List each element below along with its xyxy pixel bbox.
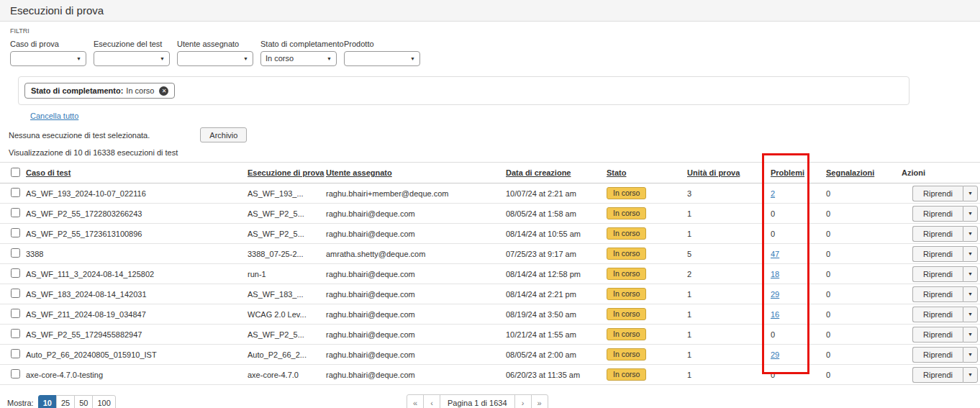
row-checkbox[interactable]: [11, 349, 20, 358]
filter-group: Caso di prova ▼: [10, 40, 86, 66]
row-checkbox[interactable]: [11, 289, 20, 298]
resume-dropdown-toggle[interactable]: ▼: [963, 286, 978, 302]
cell-assigned-user: raghu.bhairi@deque.com: [326, 325, 506, 345]
issues-link[interactable]: 47: [771, 250, 779, 258]
row-checkbox[interactable]: [11, 188, 20, 197]
issues-link[interactable]: 29: [771, 350, 779, 359]
issues-link[interactable]: 18: [771, 270, 779, 278]
filter-label: Utente assegnato: [177, 40, 253, 48]
chevron-down-icon: ▼: [327, 56, 332, 61]
cell-test-case: AS_WF_183_2024-08-14_142031: [26, 284, 248, 304]
first-page-button[interactable]: «: [407, 394, 424, 408]
column-header-problemi[interactable]: Problemi: [771, 168, 804, 177]
filter-select-caso-di-prova[interactable]: ▼: [10, 51, 86, 66]
cell-test-case: AS_WF_P2_55_1729455882947: [26, 325, 248, 345]
resume-button[interactable]: Riprendi: [912, 367, 963, 383]
cell-flags: 0: [826, 304, 902, 325]
test-runs-table: Caso di testEsecuzione di provaUtente as…: [0, 162, 980, 385]
filter-select-utente-assegnato[interactable]: ▼: [177, 51, 253, 66]
resume-dropdown-toggle[interactable]: ▼: [963, 307, 978, 322]
column-header-utente-assegnato[interactable]: Utente assegnato: [326, 168, 392, 177]
next-page-button[interactable]: ›: [514, 394, 532, 408]
row-checkbox[interactable]: [11, 268, 20, 278]
resume-button[interactable]: Riprendi: [912, 286, 963, 302]
column-header-data-di-creazione[interactable]: Data di creazione: [506, 168, 571, 177]
resume-dropdown-toggle[interactable]: ▼: [963, 186, 978, 201]
page-size-button-50[interactable]: 50: [74, 395, 93, 408]
page-title-bar: Esecuzioni di prova: [0, 0, 980, 22]
resume-button[interactable]: Riprendi: [912, 246, 963, 262]
filter-chip-label: Stato di completamento:: [31, 86, 123, 95]
table-body: AS_WF_193_2024-10-07_022116 AS_WF_193_..…: [0, 183, 980, 385]
row-checkbox[interactable]: [11, 208, 20, 217]
cell-assigned-user: raghu.bhairi@deque.com: [326, 284, 506, 304]
cell-created-date: 08/14/24 at 2:21 pm: [506, 284, 607, 304]
column-header-unit-di-prova[interactable]: Unità di prova: [687, 168, 740, 177]
cell-created-date: 06/20/23 at 11:35 am: [506, 365, 607, 385]
resume-button[interactable]: Riprendi: [912, 327, 963, 343]
cell-test-case: AS_WF_211_2024-08-19_034847: [26, 304, 248, 325]
column-header-segnalazioni[interactable]: Segnalazioni: [826, 168, 874, 177]
resume-button[interactable]: Riprendi: [912, 226, 963, 242]
cell-test-units: 1: [687, 304, 771, 325]
resume-button[interactable]: Riprendi: [912, 186, 963, 201]
filter-select-esecuzione-del-test[interactable]: ▼: [94, 51, 170, 66]
archive-button[interactable]: Archivio: [200, 127, 247, 142]
clear-all-link[interactable]: Cancella tutto: [30, 112, 78, 120]
filter-group: Esecuzione del test ▼: [94, 40, 170, 66]
resume-button[interactable]: Riprendi: [912, 206, 963, 222]
column-header-esecuzione-di-prova[interactable]: Esecuzione di prova: [248, 168, 324, 177]
issues-link[interactable]: 29: [771, 290, 779, 299]
resume-dropdown-toggle[interactable]: ▼: [963, 327, 978, 343]
cell-flags: 0: [826, 183, 902, 204]
select-all-checkbox[interactable]: [11, 168, 20, 177]
cell-issues: 18: [771, 264, 826, 284]
row-checkbox[interactable]: [11, 248, 20, 258]
page-size-button-100[interactable]: 100: [92, 395, 115, 408]
issues-link[interactable]: 2: [771, 189, 775, 198]
cell-flags: 0: [826, 224, 902, 244]
row-checkbox[interactable]: [11, 228, 20, 237]
column-header-stato[interactable]: Stato: [607, 168, 627, 177]
cell-test-run: AS_WF_193_...: [248, 183, 326, 204]
row-checkbox[interactable]: [11, 369, 20, 378]
page-size-button-10[interactable]: 10: [38, 395, 57, 408]
resume-dropdown-toggle[interactable]: ▼: [963, 347, 978, 363]
filter-select-prodotto[interactable]: ▼: [344, 51, 420, 66]
page-size-button-25[interactable]: 25: [56, 395, 75, 408]
row-checkbox[interactable]: [11, 309, 20, 318]
resume-button[interactable]: Riprendi: [912, 266, 963, 282]
last-page-button[interactable]: »: [531, 394, 548, 408]
resume-dropdown-toggle[interactable]: ▼: [963, 367, 978, 383]
resume-button[interactable]: Riprendi: [912, 307, 963, 322]
cell-assigned-user: amratha.shetty@deque.com: [326, 244, 506, 264]
issues-link[interactable]: 16: [771, 310, 779, 319]
pager: « ‹ Pagina 1 di 1634 › »: [407, 394, 548, 408]
row-checkbox[interactable]: [11, 329, 20, 338]
cell-test-case: Auto_P2_66_20240805_015910_IST: [26, 345, 248, 365]
resume-button[interactable]: Riprendi: [912, 347, 963, 363]
table-row: AS_WF_111_3_2024-08-14_125802 run-1 ragh…: [0, 264, 980, 284]
cell-test-case: AS_WF_193_2024-10-07_022116: [26, 183, 248, 204]
resume-dropdown-toggle[interactable]: ▼: [963, 266, 978, 282]
filter-chip: Stato di completamento: In corso ✕: [24, 83, 175, 99]
cell-test-run: AS_WF_P2_5...: [248, 204, 326, 224]
prev-page-button[interactable]: ‹: [423, 394, 440, 408]
active-filters-box: Stato di completamento: In corso ✕: [18, 76, 909, 105]
filter-select-stato-di-completamento[interactable]: In corso ▼: [260, 51, 337, 66]
resume-split-button: Riprendi ▼: [912, 266, 978, 282]
column-header-azioni: Azioni: [902, 168, 925, 177]
column-header-caso-di-test[interactable]: Caso di test: [26, 168, 71, 177]
cell-assigned-user: raghu.bhairi@deque.com: [326, 224, 506, 244]
cell-issues: 29: [771, 284, 826, 304]
filters-row: Caso di prova ▼ Esecuzione del test ▼ Ut…: [10, 40, 970, 66]
table-row: Auto_P2_66_20240805_015910_IST Auto_P2_6…: [0, 345, 980, 365]
resume-dropdown-toggle[interactable]: ▼: [963, 226, 978, 242]
page-size-label: Mostra:: [7, 399, 34, 407]
resume-dropdown-toggle[interactable]: ▼: [963, 206, 978, 222]
cell-test-units: 3: [687, 183, 771, 204]
close-circle-icon[interactable]: ✕: [159, 86, 168, 96]
cell-issues: 29: [771, 345, 826, 365]
cell-test-units: 1: [687, 345, 771, 365]
resume-dropdown-toggle[interactable]: ▼: [963, 246, 978, 262]
